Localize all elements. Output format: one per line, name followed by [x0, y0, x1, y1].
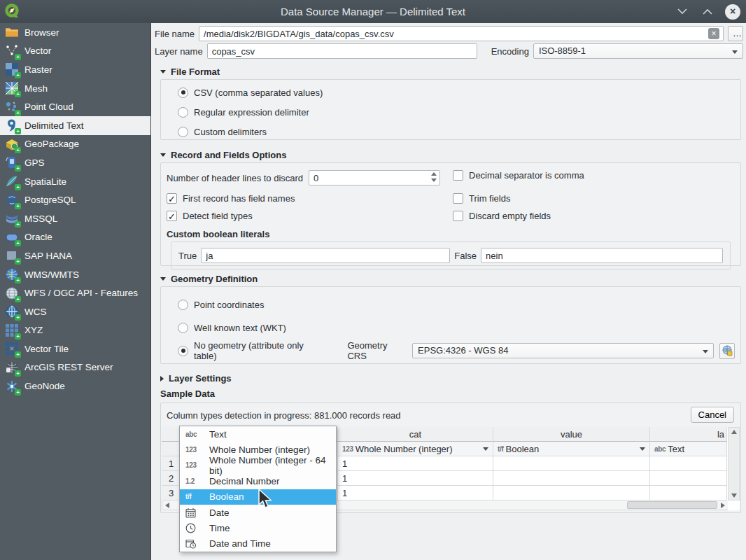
- column-type-combo-la[interactable]: abc Text: [650, 442, 727, 456]
- checkbox-decimal-separator-comma[interactable]: Decimal separator is comma: [453, 170, 584, 181]
- column-type-combo-cat[interactable]: 123 Whole Number (integer): [338, 442, 493, 456]
- spin-down-icon[interactable]: [431, 178, 437, 182]
- radio-point-coordinates[interactable]: Point coordinates: [178, 297, 735, 312]
- radio-icon[interactable]: [178, 107, 188, 118]
- checkbox-trim-fields[interactable]: Trim fields: [453, 193, 510, 204]
- sidebar-item-raster[interactable]: Raster: [0, 60, 150, 79]
- header-lines-spinbox[interactable]: [309, 170, 440, 186]
- clear-file-icon[interactable]: [708, 28, 719, 39]
- file-format-header[interactable]: File Format: [160, 66, 220, 77]
- checkbox-icon[interactable]: [167, 193, 177, 204]
- close-button[interactable]: [725, 4, 740, 20]
- vertical-scrollbar[interactable]: [728, 427, 740, 500]
- sidebar-item-point-cloud[interactable]: Point Cloud: [0, 97, 150, 116]
- sidebar-item-sap-hana[interactable]: SAP HANA: [0, 246, 150, 265]
- type-menu-item-time[interactable]: Time: [180, 520, 336, 536]
- false-literal-input[interactable]: [481, 248, 723, 263]
- sidebar-item-mssql[interactable]: MSSQL: [0, 209, 150, 228]
- sidebar-item-vector[interactable]: Vector: [0, 42, 150, 61]
- radio-icon[interactable]: [178, 323, 188, 333]
- type-menu-item-datetime[interactable]: Date and Time: [180, 536, 336, 552]
- mssql-icon: [5, 211, 19, 225]
- sidebar-item-wms-wmts[interactable]: WMS/WMTS: [0, 265, 150, 284]
- sidebar-item-geopackage[interactable]: GeoPackage: [0, 135, 150, 154]
- detection-status-text: Column types detection in progress: 881.…: [167, 410, 401, 421]
- checkbox-icon[interactable]: [453, 193, 463, 204]
- raster-icon: [5, 62, 19, 76]
- geometry-crs-select[interactable]: EPSG:4326 - WGS 84: [412, 343, 714, 358]
- sidebar-item-delimited-text[interactable]: Delimited Text: [0, 116, 150, 135]
- checkbox-icon[interactable]: [167, 211, 177, 221]
- titlebar[interactable]: Data Source Manager — Delimited Text: [0, 0, 746, 23]
- true-literal-input[interactable]: [201, 248, 450, 263]
- chevron-down-icon: [640, 447, 645, 451]
- layer-settings-header[interactable]: Layer Settings: [160, 373, 232, 384]
- sample-data-title: Sample Data: [160, 388, 215, 399]
- scroll-left-icon[interactable]: [165, 503, 169, 508]
- shade-button[interactable]: [675, 4, 690, 20]
- radio-custom-delimiters[interactable]: Custom delimiters: [178, 124, 740, 139]
- sidebar-item-browser[interactable]: Browser: [0, 23, 150, 42]
- geometry-crs-label: Geometry CRS: [347, 340, 407, 361]
- sidebar-item-gps[interactable]: GPS: [0, 153, 150, 172]
- spin-up-icon[interactable]: [431, 172, 437, 176]
- chevron-down-icon: [483, 447, 488, 451]
- browse-file-button[interactable]: …: [728, 26, 743, 41]
- column-header-la[interactable]: la: [650, 427, 727, 442]
- sidebar-item-geonode[interactable]: GeoNode: [0, 377, 150, 396]
- text-type-icon: abc: [654, 445, 666, 453]
- sidebar-item-mesh[interactable]: Mesh: [0, 79, 150, 98]
- sidebar-item-spatialite[interactable]: SpatiaLite: [0, 172, 150, 191]
- scroll-up-icon[interactable]: [731, 430, 737, 434]
- type-row-header: [162, 442, 181, 456]
- crs-picker-button[interactable]: [719, 343, 735, 359]
- encoding-select[interactable]: ISO-8859-1: [533, 43, 743, 59]
- checkbox-detect-field-types[interactable]: Detect field types: [167, 211, 253, 221]
- checkbox-discard-empty-fields[interactable]: Discard empty fields: [453, 211, 551, 221]
- mouse-cursor: [258, 489, 273, 512]
- type-menu-item-text[interactable]: abc Text: [180, 426, 336, 442]
- layer-name-input[interactable]: [207, 43, 477, 59]
- time-icon: [185, 523, 204, 533]
- checkbox-first-record-names[interactable]: First record has field names: [167, 193, 295, 204]
- layer-name-label: Layer name: [155, 46, 203, 57]
- geometry-definition-header[interactable]: Geometry Definition: [160, 274, 258, 284]
- column-header-cat[interactable]: cat: [338, 427, 493, 442]
- row-number: 2: [162, 471, 181, 486]
- data-source-manager-dialog: Data Source Manager — Delimited Text Bro…: [0, 0, 746, 560]
- radio-icon[interactable]: [178, 300, 188, 310]
- scroll-right-icon[interactable]: [721, 503, 725, 508]
- maximize-button[interactable]: [700, 4, 715, 20]
- geometry-definition-group: Point coordinates Well known text (WKT) …: [160, 286, 741, 364]
- horizontal-scroll-thumb[interactable]: [627, 501, 717, 509]
- sidebar-item-postgresql[interactable]: PostgreSQL: [0, 190, 150, 209]
- type-menu-item-integer64[interactable]: 123 Whole Number (integer - 64 bit): [180, 458, 336, 473]
- column-header-value[interactable]: value: [493, 427, 650, 442]
- sidebar-item-vector-tile[interactable]: Vector Tile: [0, 340, 150, 358]
- sidebar-item-xyz[interactable]: XYZ: [0, 321, 150, 340]
- sidebar-item-arcgis-rest[interactable]: ArcGIS REST Server: [0, 358, 150, 377]
- cancel-button[interactable]: Cancel: [691, 407, 734, 423]
- sidebar-item-oracle[interactable]: Oracle: [0, 228, 150, 247]
- file-name-input[interactable]: [199, 26, 724, 41]
- scroll-down-icon[interactable]: [731, 493, 737, 498]
- radio-regexp-delimiter[interactable]: Regular expression delimiter: [178, 104, 740, 120]
- checkbox-icon[interactable]: [453, 211, 463, 221]
- column-type-combo-value[interactable]: t/f Boolean: [493, 442, 650, 456]
- sap-hana-icon: [5, 248, 19, 262]
- radio-icon[interactable]: [178, 88, 188, 98]
- sidebar-item-wfs[interactable]: WFS / OGC API - Features: [0, 284, 150, 302]
- radio-csv[interactable]: CSV (comma separated values): [178, 85, 740, 100]
- radio-wkt[interactable]: Well known text (WKT): [178, 320, 735, 335]
- false-label: False: [454, 251, 477, 261]
- sidebar-item-wcs[interactable]: WCS: [0, 302, 150, 321]
- radio-no-geometry[interactable]: [178, 346, 188, 356]
- radio-icon[interactable]: [178, 127, 188, 137]
- wfs-globe-icon: [5, 286, 19, 300]
- record-fields-header[interactable]: Record and Fields Options: [160, 150, 286, 160]
- file-name-label: File name: [155, 29, 195, 39]
- geopackage-icon: [5, 137, 19, 151]
- window-title: Data Source Manager — Delimited Text: [0, 6, 746, 18]
- custom-boolean-title: Custom boolean literals: [167, 229, 269, 239]
- checkbox-icon[interactable]: [453, 170, 463, 181]
